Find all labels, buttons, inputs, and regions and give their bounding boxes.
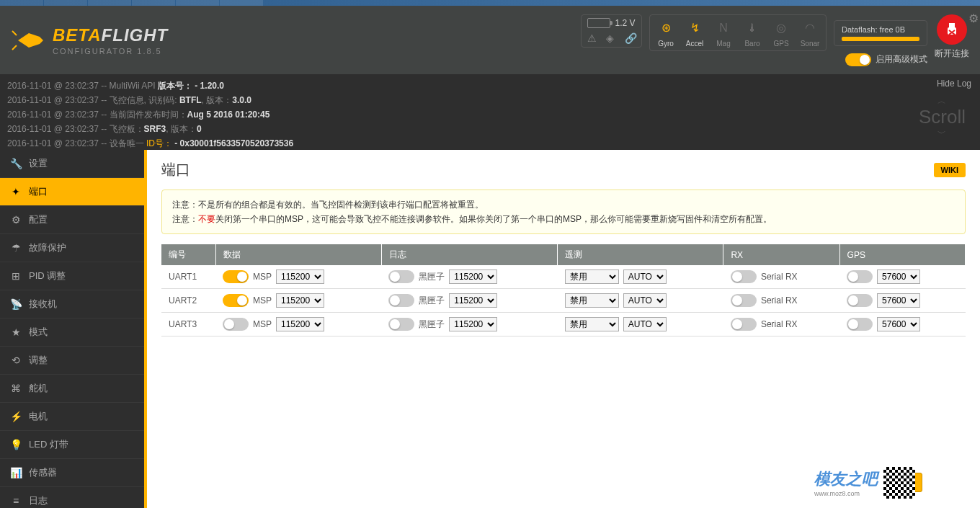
sonar-icon: ◠: [800, 18, 820, 38]
gps-toggle[interactable]: [847, 270, 873, 283]
sidebar-item-7[interactable]: ⟲ 调整: [0, 347, 144, 375]
sidebar-item-11[interactable]: 📊 传感器: [0, 459, 144, 487]
sidebar-item-2[interactable]: ⚙ 配置: [0, 206, 144, 234]
app-header: BETAFLIGHT CONFIGURATOR 1.8.5 1.2 V ⚠ ◈ …: [0, 6, 980, 74]
msp-toggle[interactable]: [223, 270, 249, 283]
msp-toggle[interactable]: [223, 318, 249, 331]
sensor-mag: N Mag: [713, 18, 734, 48]
bee-icon: [11, 22, 47, 58]
sidebar-item-10[interactable]: 💡 LED 灯带: [0, 431, 144, 459]
col-data: 数据: [215, 244, 381, 265]
nav-icon: 📡: [10, 298, 22, 310]
sidebar-item-1[interactable]: ✦ 端口: [0, 178, 144, 206]
content-area: 端口 WIKI 注意：不是所有的组合都是有效的。当飞控固件检测到该串行端口配置将…: [144, 150, 980, 508]
toggle-icon[interactable]: [845, 53, 871, 66]
gps-toggle[interactable]: [847, 318, 873, 331]
nav-icon: ✦: [10, 186, 22, 197]
nav-label: 接收机: [29, 298, 57, 311]
msp-baud-select[interactable]: 115200: [276, 269, 324, 284]
qr-code-icon: [883, 467, 915, 499]
logo: BETAFLIGHT CONFIGURATOR 1.8.5: [11, 22, 168, 58]
msp-baud-select[interactable]: 115200: [276, 317, 324, 331]
sidebar-item-5[interactable]: 📡 接收机: [0, 290, 144, 318]
sensor-status-bar: ⊛ Gyro ↯ Accel N Mag 🌡 Baro ◎ GPS ◠ Sona…: [649, 14, 827, 51]
sidebar-item-4[interactable]: ⊞ PID 调整: [0, 262, 144, 290]
serialrx-label: Serial RX: [761, 319, 798, 329]
telemetry-baud-select[interactable]: AUTO: [623, 293, 667, 308]
port-id: UART2: [161, 289, 215, 313]
battery-voltage: 1.2 V: [615, 18, 635, 28]
battery-status: 1.2 V ⚠ ◈ 🔗: [581, 14, 642, 48]
sidebar-item-0[interactable]: 🔧 设置: [0, 150, 144, 178]
nav-label: PID 调整: [29, 269, 66, 282]
blackbox-toggle[interactable]: [388, 270, 414, 283]
blackbox-label: 黑匣子: [419, 318, 445, 331]
telemetry-select[interactable]: 禁用: [565, 293, 619, 308]
port-row-UART1: UART1 MSP 115200 黑匣子 115200 禁用 AUTO Seri…: [161, 265, 966, 289]
settings-gear-icon[interactable]: ⚙: [968, 12, 979, 25]
signal-icon: ◈: [606, 32, 618, 44]
sidebar-item-9[interactable]: ⚡ 电机: [0, 403, 144, 431]
nav-label: 日志: [29, 494, 48, 507]
blackbox-baud-select[interactable]: 115200: [449, 317, 497, 331]
sensor-gyro: ⊛ Gyro: [656, 18, 676, 48]
port-row-UART2: UART2 MSP 115200 黑匣子 115200 禁用 AUTO Seri…: [161, 289, 966, 313]
watermark: 模友之吧 www.moz8.com: [814, 465, 930, 501]
nav-label: 设置: [29, 157, 48, 170]
msp-label: MSP: [253, 272, 272, 282]
os-taskbar: [0, 0, 980, 6]
gps-icon: ◎: [771, 18, 791, 38]
log-line: 2016-11-01 @ 23:02:37 -- MultiWii API 版本…: [7, 79, 973, 93]
configurator-version: CONFIGURATOR 1.8.5: [53, 47, 168, 55]
serialrx-toggle[interactable]: [731, 318, 757, 331]
sensor-sonar: ◠ Sonar: [800, 18, 820, 48]
serialrx-toggle[interactable]: [731, 294, 757, 307]
log-line: 2016-11-01 @ 23:02:37 -- 飞控信息, 识别码: BTFL…: [7, 93, 973, 107]
telemetry-select[interactable]: 禁用: [565, 317, 619, 331]
gps-baud-select[interactable]: 57600: [877, 293, 920, 308]
sidebar-nav: 🔧 设置 ✦ 端口 ⚙ 配置 ☂ 故障保护 ⊞ PID 调整 📡 接收机 ★ 模…: [0, 150, 144, 508]
msp-label: MSP: [253, 319, 272, 329]
nav-icon: 🔧: [10, 158, 22, 169]
blackbox-baud-select[interactable]: 115200: [449, 269, 497, 284]
page-title: 端口: [161, 160, 190, 179]
hide-log-button[interactable]: Hide Log: [937, 79, 971, 89]
blackbox-label: 黑匣子: [419, 295, 445, 307]
sidebar-item-3[interactable]: ☂ 故障保护: [0, 234, 144, 262]
expert-mode-toggle[interactable]: 启用高级模式: [845, 53, 927, 66]
gps-baud-select[interactable]: 57600: [877, 269, 920, 284]
baro-icon: 🌡: [742, 18, 762, 38]
accel-icon: ↯: [685, 18, 705, 38]
sensor-baro: 🌡 Baro: [742, 18, 762, 48]
gps-toggle[interactable]: [847, 294, 873, 307]
serialrx-toggle[interactable]: [731, 270, 757, 283]
nav-icon: ⌘: [10, 383, 22, 394]
blackbox-toggle[interactable]: [388, 318, 414, 331]
nav-icon: ≡: [10, 495, 22, 507]
wiki-button[interactable]: WIKI: [934, 163, 966, 177]
sidebar-item-12[interactable]: ≡ 日志: [0, 487, 144, 508]
log-line: 2016-11-01 @ 23:02:37 -- 设备唯一 ID号： - 0x3…: [7, 136, 973, 151]
col-gps: GPS: [839, 244, 965, 265]
nav-label: 配置: [29, 213, 48, 226]
msp-label: MSP: [253, 295, 272, 306]
port-id: UART3: [161, 313, 215, 337]
telemetry-baud-select[interactable]: AUTO: [623, 317, 667, 331]
nav-icon: ⚡: [10, 411, 22, 422]
sidebar-item-6[interactable]: ★ 模式: [0, 318, 144, 347]
nav-icon: ☂: [10, 242, 22, 254]
blackbox-baud-select[interactable]: 115200: [449, 293, 497, 308]
col-rx: RX: [723, 244, 839, 265]
gps-baud-select[interactable]: 57600: [877, 317, 920, 331]
blackbox-toggle[interactable]: [388, 294, 414, 307]
sidebar-item-8[interactable]: ⌘ 舵机: [0, 375, 144, 403]
telemetry-select[interactable]: 禁用: [565, 269, 619, 284]
telemetry-baud-select[interactable]: AUTO: [623, 269, 667, 284]
disconnect-button[interactable]: 断开连接: [935, 14, 969, 60]
mag-icon: N: [713, 18, 734, 38]
scroll-indicator[interactable]: ︿Scroll﹀: [919, 96, 966, 138]
nav-label: 传感器: [29, 466, 57, 479]
dataflash-indicator[interactable]: Dataflash: free 0B: [834, 20, 927, 46]
msp-toggle[interactable]: [223, 294, 249, 307]
msp-baud-select[interactable]: 115200: [276, 293, 324, 308]
